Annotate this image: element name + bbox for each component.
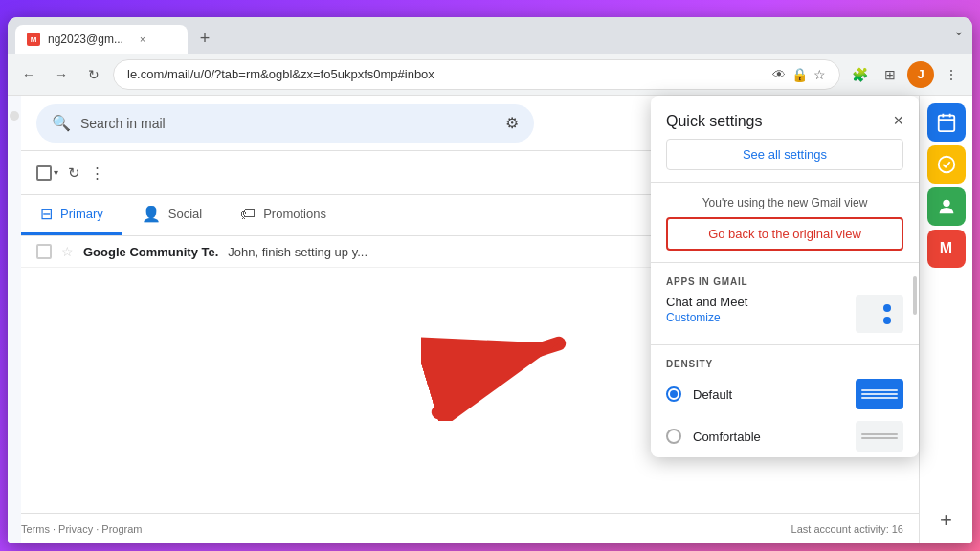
qs-divider-1: [651, 182, 919, 183]
forward-button[interactable]: →: [48, 61, 75, 88]
contacts-panel-icon[interactable]: [927, 187, 966, 226]
star-icon[interactable]: ☆: [61, 244, 74, 259]
qs-gmail-notice: You're using the new Gmail view: [651, 187, 919, 213]
svg-point-4: [938, 157, 954, 173]
see-all-settings-button[interactable]: See all settings: [666, 139, 903, 170]
checkbox-dropdown-icon: ▾: [54, 167, 58, 178]
promotions-tab-label: Promotions: [263, 207, 326, 221]
browser-tab[interactable]: M ng2023@gm... ×: [15, 25, 188, 54]
density-default-label: Default: [693, 387, 844, 402]
url-text: le.com/mail/u/0/?tab=rm&ogbl&zx=fo5ukpxf…: [127, 67, 765, 81]
calendar-panel-icon[interactable]: [927, 103, 966, 142]
lock-icon[interactable]: 🔒: [791, 67, 808, 82]
toolbar-left: ▾ ↻ ⋮: [36, 165, 104, 182]
more-options-icon[interactable]: ⋮: [90, 165, 104, 182]
apps-section-title: APPS IN GMAIL: [651, 267, 919, 291]
d-line-gray-2: [861, 437, 898, 439]
browser-actions: 🧩 ⊞ J ⋮: [846, 61, 965, 88]
tab-groups-button[interactable]: ⊞: [877, 61, 903, 88]
footer-links: Terms · Privacy · Program: [21, 523, 143, 535]
density-section-title: DENSITY: [651, 349, 919, 373]
density-default-radio[interactable]: [666, 386, 681, 402]
eye-icon[interactable]: 👁: [772, 67, 786, 82]
back-button[interactable]: ←: [15, 61, 42, 88]
url-bar-icons: 👁 🔒 ☆: [772, 67, 826, 82]
density-default-preview: [856, 379, 903, 409]
url-bar[interactable]: le.com/mail/u/0/?tab=rm&ogbl&zx=fo5ukpxf…: [113, 59, 840, 90]
gmail-left-sidebar: [8, 96, 21, 543]
qs-scrollbar: [913, 276, 917, 315]
sidebar-dot: [10, 111, 19, 121]
density-comfortable-label: Comfortable: [693, 430, 844, 444]
menu-button[interactable]: ⋮: [938, 61, 965, 88]
d-line-3: [861, 397, 898, 399]
reload-button[interactable]: ↻: [80, 61, 107, 88]
apps-label: Chat and Meet: [666, 295, 844, 309]
quick-settings-panel: Quick settings × See all settings You're…: [651, 96, 919, 457]
search-icon: 🔍: [52, 114, 71, 132]
star-icon[interactable]: ☆: [813, 67, 826, 82]
profile-avatar: J: [907, 61, 934, 88]
density-comfortable-preview: [856, 421, 903, 452]
checkbox-box: [36, 165, 52, 181]
email-checkbox[interactable]: [36, 244, 52, 259]
qs-title: Quick settings: [666, 113, 762, 130]
apps-row: Chat and Meet Customize: [651, 291, 919, 341]
radio-inner-dot: [670, 390, 678, 398]
email-sender: Google Community Te.: [83, 245, 218, 259]
apps-text: Chat and Meet Customize: [666, 295, 844, 324]
tab-close-button[interactable]: ×: [135, 32, 150, 47]
tab-promotions[interactable]: 🏷 Promotions: [221, 195, 345, 235]
apps-icon-dot-2: [883, 317, 891, 324]
browser-minimize[interactable]: ⌄: [953, 23, 965, 38]
search-placeholder: Search in mail: [80, 116, 166, 131]
footer-activity: Last account activity: 16: [791, 523, 919, 535]
address-bar: ← → ↻ le.com/mail/u/0/?tab=rm&ogbl&zx=fo…: [8, 54, 972, 96]
qs-close-button[interactable]: ×: [893, 111, 903, 131]
tab-social[interactable]: 👤 Social: [122, 195, 221, 235]
svg-point-5: [943, 200, 949, 207]
d-line-1: [861, 389, 898, 391]
social-tab-label: Social: [168, 207, 202, 221]
promotions-tab-icon: 🏷: [240, 206, 256, 223]
density-comfortable-radio[interactable]: [666, 429, 681, 444]
tab-title: ng2023@gm...: [48, 33, 123, 46]
qs-header: Quick settings ×: [651, 96, 919, 139]
go-back-original-view-button[interactable]: Go back to the original view: [666, 217, 903, 251]
gmail-footer: Terms · Privacy · Program Last account a…: [21, 513, 919, 543]
meet-panel-icon[interactable]: M: [927, 230, 966, 268]
primary-tab-icon: ⊟: [40, 205, 53, 223]
profile-switcher[interactable]: J: [907, 61, 934, 88]
d-line-2: [861, 393, 898, 395]
social-tab-icon: 👤: [142, 205, 161, 223]
qs-divider-3: [651, 344, 919, 345]
extensions-button[interactable]: 🧩: [846, 61, 873, 88]
apps-preview-icon: [856, 295, 903, 333]
filter-icon[interactable]: ⚙: [505, 114, 519, 132]
d-line-gray-1: [861, 433, 898, 435]
tasks-panel-icon[interactable]: [927, 145, 966, 184]
right-panel-icons: M +: [919, 96, 972, 543]
density-default-row[interactable]: Default: [651, 373, 919, 415]
tab-favicon: M: [27, 33, 40, 46]
customize-link[interactable]: Customize: [666, 311, 844, 324]
new-tab-button[interactable]: +: [191, 25, 218, 52]
search-bar[interactable]: 🔍 Search in mail ⚙: [36, 104, 534, 143]
qs-divider-2: [651, 262, 919, 263]
primary-tab-label: Primary: [60, 207, 103, 221]
select-all-checkbox[interactable]: ▾: [36, 165, 58, 181]
refresh-icon[interactable]: ↻: [68, 165, 80, 182]
density-comfortable-row[interactable]: Comfortable: [651, 415, 919, 457]
tab-bar: M ng2023@gm... × + ⌄: [8, 17, 972, 54]
watermark: K: [936, 490, 965, 536]
apps-icon-dot: [883, 304, 891, 312]
tab-primary[interactable]: ⊟ Primary: [21, 195, 122, 235]
svg-rect-0: [938, 116, 954, 132]
